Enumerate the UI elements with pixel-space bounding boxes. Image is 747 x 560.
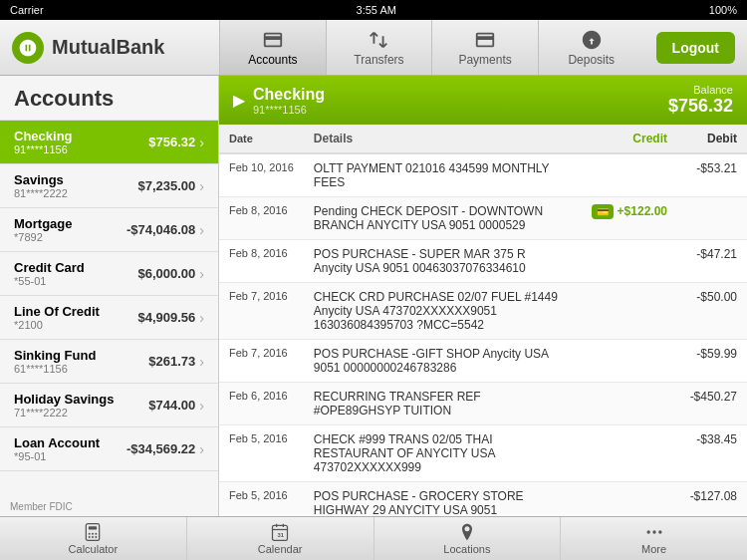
cell-date: Feb 7, 2016 [219,340,304,383]
cell-credit [572,425,677,482]
cell-details: POS PURCHASE - GROCERY STORE HIGHWAY 29 … [304,482,572,517]
account-item-undefined[interactable]: Credit Card *55-01 $6,000.00 › [0,252,218,296]
member-fdic-label: Member FDIC [10,501,73,512]
account-right: -$74,046.08 › [126,222,204,238]
cell-debit: -$450.27 [677,383,747,425]
cell-details: POS PURCHASE -GIFT SHOP Anycity USA 9051… [304,340,572,383]
cell-date: Feb 5, 2016 [219,482,304,517]
calendar-label: Calendar [258,543,303,555]
bottom-calendar[interactable]: 31 Calendar [187,517,374,560]
cell-debit: -$50.00 [677,283,747,340]
tab-payments[interactable]: Payments [431,20,538,75]
account-right: $6,000.00 › [137,266,204,282]
chevron-right-icon: › [199,354,204,370]
transaction-table: Date Details Credit Debit Feb 10, 2016 O… [219,125,747,516]
account-amount: -$74,046.08 [126,222,195,237]
checking-left: ▶ Checking 91****1156 [233,86,325,116]
account-item-undefined[interactable]: Line Of Credit *2100 $4,909.56 › [0,296,218,340]
balance-area: Balance $756.32 [668,84,733,117]
cell-credit [572,340,677,383]
account-item-undefined[interactable]: Sinking Fund 61****1156 $261.73 › [0,340,218,384]
bottom-locations[interactable]: Locations [374,517,562,560]
table-header-row: Date Details Credit Debit [219,125,747,153]
svg-point-7 [96,536,98,538]
expand-arrow-icon[interactable]: ▶ [233,91,245,110]
tab-accounts[interactable]: Accounts [219,20,326,75]
table-row: Feb 7, 2016 CHECK CRD PURCHASE 02/07 FUE… [219,283,747,340]
svg-point-2 [89,533,91,535]
transaction-table-wrap[interactable]: Date Details Credit Debit Feb 10, 2016 O… [219,125,747,516]
main-layout: Accounts Checking 91****1156 $756.32 › S… [0,76,747,516]
account-info: Mortgage *7892 [14,216,73,243]
account-amount: -$34,569.22 [126,441,195,456]
account-item-undefined[interactable]: Holiday Savings 71****2222 $744.00 › [0,384,218,427]
transaction-tbody: Feb 10, 2016 OLTT PAYMENT 021016 434599 … [219,153,747,516]
account-right: $7,235.00 › [137,178,204,194]
account-number: *95-01 [14,450,100,462]
cell-details: Pending CHECK DEPOSIT - DOWNTOWN BRANCH … [304,197,572,240]
account-info: Holiday Savings 71****2222 [14,392,114,419]
table-row: Feb 5, 2016 CHECK #999 TRANS 02/05 THAI … [219,425,747,482]
account-amount: $4,909.56 [137,310,195,325]
cell-details: POS PURCHASE - SUPER MAR 375 R Anycity U… [304,240,572,283]
cell-date: Feb 8, 2016 [219,197,304,240]
svg-point-3 [92,533,94,535]
table-row: Feb 5, 2016 POS PURCHASE - GROCERY STORE… [219,482,747,517]
account-info: Sinking Fund 61****1156 [14,348,96,375]
bottom-more[interactable]: More [561,517,747,560]
col-details: Details [304,125,572,153]
more-label: More [641,543,666,555]
account-name: Checking [14,129,73,143]
calculator-label: Calculator [69,543,119,555]
checking-number: 91****1156 [253,104,325,116]
chevron-right-icon: › [199,266,204,282]
account-item-undefined[interactable]: Loan Account *95-01 -$34,569.22 › [0,427,218,471]
sidebar: Accounts Checking 91****1156 $756.32 › S… [0,76,219,516]
sidebar-title: Accounts [0,76,218,121]
logo-area: MutualBank [0,20,219,75]
svg-text:31: 31 [278,532,285,538]
tab-deposits[interactable]: Deposits [538,20,644,75]
table-row: Feb 10, 2016 OLTT PAYMENT 021016 434599 … [219,153,747,197]
account-info: Loan Account *95-01 [14,435,100,462]
tab-payments-label: Payments [458,53,511,67]
col-credit: Credit [572,125,677,153]
account-number: 61****1156 [14,363,96,375]
chevron-right-icon: › [199,441,204,457]
logo-text: MutualBank [52,36,164,59]
tab-deposits-label: Deposits [568,53,615,67]
logout-button[interactable]: Logout [656,32,735,64]
svg-point-13 [646,530,649,533]
cell-debit [677,197,747,240]
tab-transfers[interactable]: Transfers [326,20,432,75]
account-amount: $6,000.00 [137,266,195,281]
svg-point-15 [658,530,661,533]
account-name: Mortgage [14,216,73,231]
cell-date: Feb 7, 2016 [219,283,304,340]
chevron-right-icon: › [199,178,204,194]
account-item-undefined[interactable]: Savings 81****2222 $7,235.00 › [0,164,218,208]
account-number: *2100 [14,319,100,331]
checking-title: Checking [253,86,325,104]
account-list: Checking 91****1156 $756.32 › Savings 81… [0,121,218,471]
cell-details: CHECK CRD PURCHASE 02/07 FUEL #1449 Anyc… [304,283,572,340]
main-content: ▶ Checking 91****1156 Balance $756.32 Da… [219,76,747,516]
credit-badge: 💳 [592,204,614,219]
top-nav: MutualBank Accounts Transfers Payments D… [0,20,747,76]
account-name: Holiday Savings [14,392,114,407]
account-item-undefined[interactable]: Mortgage *7892 -$74,046.08 › [0,208,218,252]
cell-details: OLTT PAYMENT 021016 434599 MONTHLY FEES [304,153,572,197]
cell-credit [572,383,677,425]
cell-date: Feb 5, 2016 [219,425,304,482]
bottom-calculator[interactable]: Calculator [0,517,187,560]
logo-icon [12,32,44,64]
balance-value: $756.32 [668,96,733,117]
account-number: *55-01 [14,275,85,287]
locations-label: Locations [443,543,490,555]
account-item-undefined[interactable]: Checking 91****1156 $756.32 › [0,121,218,164]
carrier-label: Carrier [10,4,44,16]
account-amount: $261.73 [148,354,195,369]
svg-point-5 [89,536,91,538]
account-amount: $7,235.00 [137,178,195,193]
account-amount: $744.00 [148,398,195,413]
